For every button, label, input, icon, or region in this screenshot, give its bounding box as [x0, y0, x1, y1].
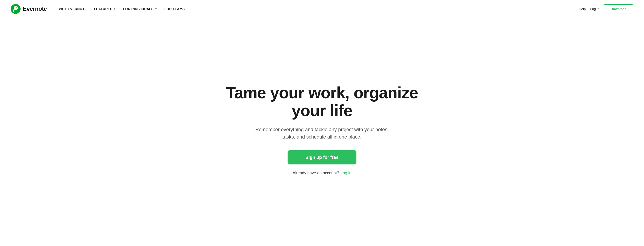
- hero-subtitle: Remember everything and tackle any proje…: [255, 126, 389, 141]
- login-link[interactable]: Log in: [590, 7, 599, 11]
- nav-features[interactable]: FEATURES ▼: [91, 5, 119, 12]
- hero-section: Tame your work, organize your life Remem…: [0, 18, 644, 246]
- hero-login-link[interactable]: Log in: [340, 171, 352, 175]
- signup-button[interactable]: Sign up for free: [288, 150, 356, 164]
- brand-name: Evernote: [23, 5, 47, 12]
- hero-title: Tame your work, organize your life: [222, 84, 422, 119]
- download-button[interactable]: Download: [604, 4, 633, 13]
- individuals-chevron-icon: ▼: [155, 7, 157, 10]
- svg-point-4: [16, 7, 16, 8]
- navbar-right: Help Log in Download: [579, 4, 633, 13]
- svg-point-3: [16, 6, 18, 9]
- already-account-text: Already have an account?: [292, 171, 339, 175]
- hero-login-prompt: Already have an account? Log in: [292, 171, 351, 175]
- navbar: Evernote WHY EVERNOTE FEATURES ▼ FOR IND…: [0, 0, 644, 18]
- nav-links: WHY EVERNOTE FEATURES ▼ FOR INDIVIDUALS …: [56, 5, 579, 12]
- nav-why-evernote[interactable]: WHY EVERNOTE: [56, 5, 90, 12]
- nav-for-teams[interactable]: FOR TEAMS: [161, 5, 188, 12]
- brand-logo-link[interactable]: Evernote: [11, 4, 47, 14]
- help-link[interactable]: Help: [579, 7, 586, 11]
- evernote-logo-icon: [11, 4, 20, 14]
- features-chevron-icon: ▼: [113, 7, 116, 10]
- nav-for-individuals[interactable]: FOR INDIVIDUALS ▼: [120, 5, 160, 12]
